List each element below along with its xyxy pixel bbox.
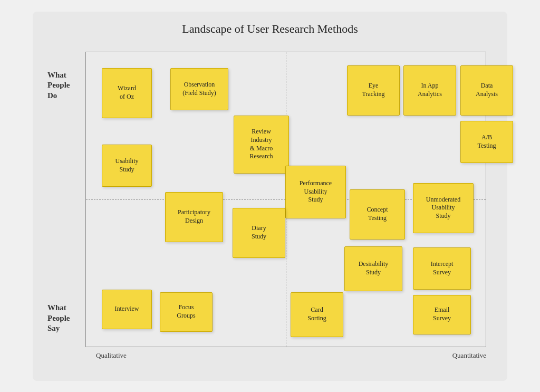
card-unmoderated-usability[interactable]: Unmoderated Usability Study xyxy=(413,183,474,233)
axis-label-quantitative: Quantitative xyxy=(452,351,486,360)
card-focus-groups[interactable]: Focus Groups xyxy=(160,292,213,332)
card-data-analysis[interactable]: Data Analysis xyxy=(460,65,513,116)
card-app-analytics[interactable]: In App Analytics xyxy=(403,65,456,116)
axis-label-what-say: WhatPeopleSay xyxy=(47,303,70,334)
card-usability-study[interactable]: Usability Study xyxy=(102,145,152,187)
card-email-survey[interactable]: Email Survey xyxy=(413,295,471,334)
axis-label-qualitative: Qualitative xyxy=(96,351,127,360)
card-card-sorting[interactable]: Card Sorting xyxy=(291,292,343,337)
card-concept-testing[interactable]: Concept Testing xyxy=(350,189,405,240)
card-observation[interactable]: Observation (Field Study) xyxy=(170,68,228,110)
card-performance-usability[interactable]: Performance Usability Study xyxy=(285,166,346,218)
card-intercept-survey[interactable]: Intercept Survey xyxy=(413,247,471,290)
card-eye-tracking[interactable]: Eye Tracking xyxy=(347,65,400,116)
axis-label-what-do: WhatPeopleDo xyxy=(47,70,70,101)
card-participatory-design[interactable]: Participatory Design xyxy=(165,192,223,242)
chart-title: Landscape of User Research Methods xyxy=(43,22,497,36)
chart-area: WhatPeopleDo WhatPeopleSay Qualitative Q… xyxy=(43,41,497,363)
card-wizard-oz[interactable]: Wizard of Oz xyxy=(102,68,152,118)
card-ab-testing[interactable]: A/B Testing xyxy=(460,121,513,163)
card-desirability-study[interactable]: Desirability Study xyxy=(344,246,402,291)
inner-chart-box: Wizard of OzObservation (Field Study)Usa… xyxy=(85,52,486,347)
card-diary-study[interactable]: Diary Study xyxy=(233,208,285,258)
main-container: Landscape of User Research Methods WhatP… xyxy=(33,12,507,381)
card-interview[interactable]: Interview xyxy=(102,290,152,329)
card-review-industry[interactable]: Review Industry & Macro Research xyxy=(234,116,289,174)
